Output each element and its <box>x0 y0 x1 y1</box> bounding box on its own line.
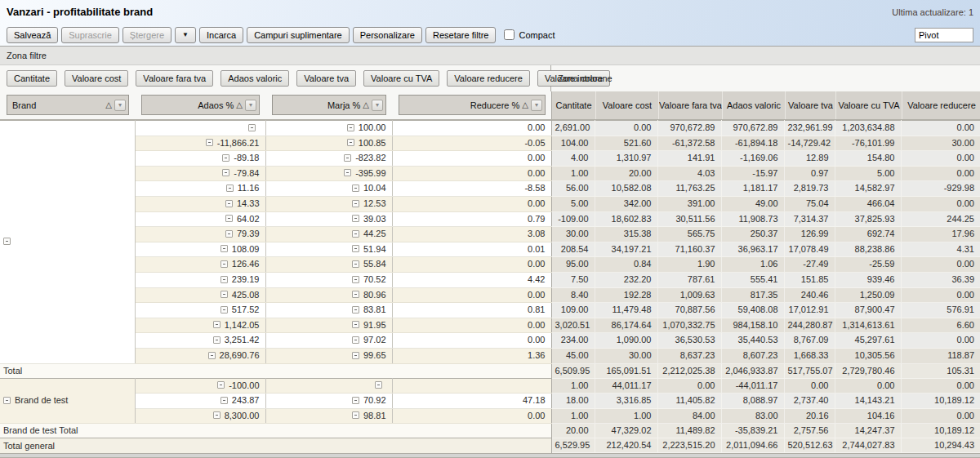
extra-fields-button[interactable]: Campuri suplimentare <box>247 27 350 43</box>
row-field-label: Brand <box>12 100 36 110</box>
column-header[interactable]: Cantitate <box>552 91 595 119</box>
value-cell: 0.97 <box>784 166 835 181</box>
collapse-icon[interactable] <box>222 154 229 162</box>
compact-checkbox[interactable]: Compact <box>504 29 555 40</box>
collapse-icon[interactable] <box>375 381 382 389</box>
collapse-icon[interactable] <box>225 200 233 207</box>
collapse-icon[interactable] <box>352 321 359 328</box>
filter-chip[interactable]: Adaos valoric <box>220 70 289 87</box>
collapse-icon[interactable] <box>352 260 359 268</box>
load-button[interactable]: Incarca <box>199 27 243 43</box>
filter-dropdown-button[interactable]: ▾ <box>372 100 383 111</box>
value-cell: 1.00 <box>551 166 595 181</box>
personalize-button[interactable]: Personalizare <box>353 27 422 43</box>
collapse-icon[interactable] <box>352 200 359 207</box>
collapse-icon[interactable] <box>352 411 359 419</box>
filter-chip[interactable]: Valoare cu TVA <box>363 70 439 87</box>
value-cell: 0.00 <box>901 287 980 303</box>
collapse-icon[interactable] <box>352 352 359 359</box>
collapse-icon[interactable] <box>220 260 228 268</box>
collapse-icon[interactable] <box>220 276 228 283</box>
table-row: 239.1970.524.427.50232.20787.61555.41151… <box>0 272 980 287</box>
column-header[interactable]: Adaos valoric <box>722 91 785 119</box>
marja-cell: 12.53 <box>265 196 392 211</box>
save-button[interactable]: Salvează <box>7 27 58 43</box>
collapse-icon[interactable] <box>222 169 229 176</box>
collapse-icon[interactable] <box>220 291 228 298</box>
collapse-icon[interactable] <box>352 185 359 192</box>
collapse-icon[interactable] <box>3 238 11 245</box>
total-label: Brand de test Total <box>0 424 551 438</box>
collapse-icon[interactable] <box>220 397 228 404</box>
collapse-icon[interactable] <box>206 139 213 146</box>
row-field-header-adaos[interactable]: Adaos %△▾ <box>141 95 260 115</box>
total-label: Total general <box>0 438 551 453</box>
column-header[interactable]: Valoare cost <box>595 91 658 119</box>
total-value-cell: 2,212,025.38 <box>657 363 721 378</box>
total-value-cell: 10,189.12 <box>901 424 980 438</box>
value-cell: 17.96 <box>901 227 980 242</box>
collapse-icon[interactable] <box>352 276 359 283</box>
collapse-icon[interactable] <box>213 336 220 344</box>
reducere-cell: -0.05 <box>392 136 551 151</box>
reset-filters-button[interactable]: Resetare filtre <box>425 27 496 43</box>
compact-checkbox-input[interactable] <box>504 29 514 40</box>
collapse-icon[interactable] <box>213 411 220 419</box>
value-cell: 576.91 <box>901 303 980 318</box>
collapse-icon[interactable] <box>352 215 359 222</box>
column-header[interactable]: Valoare tva <box>785 91 835 119</box>
filter-chip[interactable]: Cantitate <box>7 70 57 87</box>
row-field-header-marja[interactable]: Marja %△▾ <box>272 95 386 115</box>
value-cell: 232.20 <box>595 272 657 287</box>
value-cell: 2,737.40 <box>784 394 835 409</box>
filter-chip[interactable]: Valoare fara tva <box>136 70 213 87</box>
collapse-icon[interactable] <box>352 336 359 344</box>
value-cell: 154.80 <box>835 151 901 167</box>
saved-views-dropdown-button[interactable]: ▼ <box>175 27 196 43</box>
collapse-icon[interactable] <box>352 230 359 238</box>
total-value-cell: 11,489.82 <box>657 424 721 438</box>
collapse-icon[interactable] <box>220 306 228 313</box>
table-row: 100.000.002,691.000.00970,672.89970,672.… <box>0 121 980 136</box>
value-cell: 1.90 <box>657 257 721 273</box>
collapse-icon[interactable] <box>248 124 256 131</box>
row-field-header-brand[interactable]: Brand△▾ <box>7 95 129 115</box>
adaos-cell: 3,251.42 <box>135 333 265 349</box>
collapse-icon[interactable] <box>352 245 359 252</box>
toolbar: Salvează Suprascrie Ștergere ▼ Incarca C… <box>0 24 980 47</box>
collapse-icon[interactable] <box>347 139 354 146</box>
collapse-icon[interactable] <box>352 397 359 404</box>
value-cell: 391.00 <box>657 196 721 211</box>
row-field-header-reducere[interactable]: Reducere %△▾ <box>399 95 546 115</box>
value-cell: 3,316.85 <box>595 394 657 409</box>
last-update-label: Ultima actualizare: 1 <box>892 7 973 17</box>
marja-cell: 83.81 <box>265 303 392 318</box>
filter-chip[interactable]: Valoare tva <box>296 70 356 87</box>
collapse-icon[interactable] <box>344 169 351 176</box>
filter-dropdown-button[interactable]: ▾ <box>531 100 542 111</box>
collapse-icon[interactable] <box>352 306 359 313</box>
collapse-icon[interactable] <box>213 321 220 328</box>
filter-chip[interactable]: Valoare reducere <box>447 70 530 87</box>
collapse-icon[interactable] <box>226 185 234 192</box>
collapse-icon[interactable] <box>225 230 233 238</box>
collapse-icon[interactable] <box>208 352 216 359</box>
column-header[interactable]: Valoare cu TVA <box>835 91 902 119</box>
column-header[interactable]: Valoare reducere <box>902 91 980 119</box>
filter-dropdown-button[interactable]: ▾ <box>245 100 256 111</box>
column-header[interactable]: Valoare fara tva <box>658 91 722 119</box>
collapse-icon[interactable] <box>3 397 11 404</box>
collapse-icon[interactable] <box>217 381 225 389</box>
collapse-icon[interactable] <box>344 154 351 162</box>
collapse-icon[interactable] <box>225 215 233 222</box>
row-field-slot: Marja %△▾ <box>265 91 392 119</box>
pivot-name-input[interactable] <box>915 28 973 42</box>
filter-dropdown-button[interactable]: ▾ <box>114 100 126 111</box>
collapse-icon[interactable] <box>352 291 359 298</box>
total-value-cell: 165,091.51 <box>595 363 657 378</box>
marja-cell: 80.96 <box>265 287 392 303</box>
value-cell: 151.85 <box>784 272 835 287</box>
filter-chip[interactable]: Valoare cost <box>65 70 128 87</box>
collapse-icon[interactable] <box>220 245 228 252</box>
collapse-icon[interactable] <box>347 124 354 131</box>
